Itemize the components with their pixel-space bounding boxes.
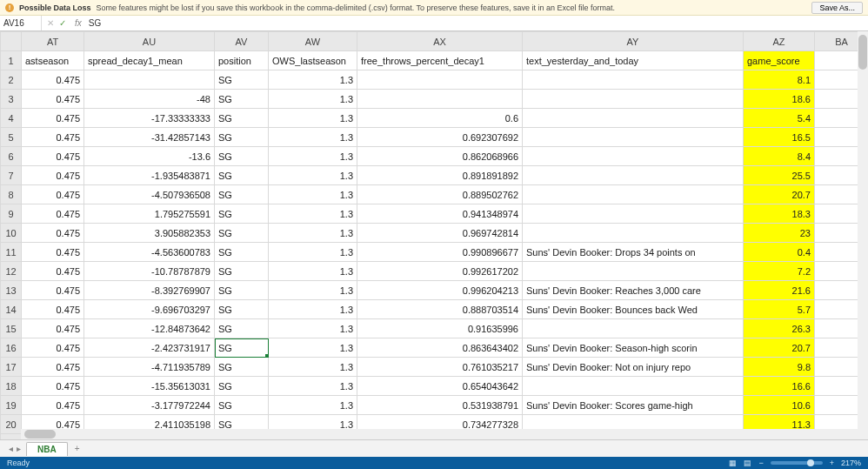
- horizontal-scrollbar[interactable]: [21, 429, 858, 439]
- cell[interactable]: [523, 204, 744, 224]
- row-header[interactable]: 11: [1, 243, 22, 262]
- cell[interactable]: SG: [215, 70, 269, 90]
- vertical-scrollbar[interactable]: [858, 31, 868, 439]
- cell[interactable]: SG: [215, 262, 269, 281]
- spreadsheet-grid[interactable]: ATAUAVAWAXAYAZBA1astseasonspread_decay1_…: [0, 31, 868, 453]
- cell[interactable]: SG: [215, 128, 269, 147]
- cell[interactable]: SG: [215, 300, 269, 319]
- cell[interactable]: SG: [215, 185, 269, 204]
- row-header[interactable]: 9: [1, 204, 22, 224]
- cell[interactable]: SG: [215, 281, 269, 300]
- cell[interactable]: [523, 128, 744, 147]
- cell[interactable]: game_score: [744, 51, 815, 70]
- cell[interactable]: 18.6: [744, 90, 815, 109]
- cell[interactable]: 0.475: [22, 166, 84, 185]
- cell[interactable]: 1.3: [269, 166, 357, 185]
- cell[interactable]: free_throws_percent_decay1: [357, 51, 523, 70]
- cell[interactable]: -1.935483871: [84, 166, 215, 185]
- cell[interactable]: position: [215, 51, 269, 70]
- row-header[interactable]: 12: [1, 262, 22, 281]
- sheet-tab-nba[interactable]: NBA: [26, 442, 68, 456]
- col-header-AU[interactable]: AU: [84, 32, 215, 51]
- cell[interactable]: 0.4: [744, 243, 815, 262]
- cell[interactable]: -2.423731917: [84, 338, 215, 358]
- zoom-slider[interactable]: [771, 461, 823, 465]
- cell[interactable]: [523, 377, 744, 396]
- select-all-corner[interactable]: [1, 32, 22, 51]
- cell[interactable]: 0.475: [22, 243, 84, 262]
- cell[interactable]: astseason: [22, 51, 84, 70]
- cell[interactable]: SG: [215, 338, 269, 358]
- row-header[interactable]: 8: [1, 185, 22, 204]
- cell[interactable]: SG: [215, 377, 269, 396]
- cell[interactable]: 0.475: [22, 147, 84, 166]
- cell[interactable]: -4.563600783: [84, 243, 215, 262]
- cell[interactable]: Suns' Devin Booker: Scores game-high: [523, 396, 744, 415]
- row-header[interactable]: 2: [1, 70, 22, 90]
- cell[interactable]: [523, 224, 744, 243]
- cell[interactable]: 0.475: [22, 204, 84, 224]
- cell[interactable]: 0.6: [357, 109, 523, 128]
- cell[interactable]: 1.3: [269, 109, 357, 128]
- cell[interactable]: 8.4: [744, 147, 815, 166]
- cell[interactable]: [523, 90, 744, 109]
- cell[interactable]: [523, 185, 744, 204]
- name-box[interactable]: AV16: [0, 16, 42, 30]
- cell[interactable]: 0.91635996: [357, 319, 523, 338]
- cell[interactable]: SG: [215, 358, 269, 377]
- cell[interactable]: 1.3: [269, 70, 357, 90]
- row-header[interactable]: 14: [1, 300, 22, 319]
- cell[interactable]: 0.761035217: [357, 358, 523, 377]
- row-header[interactable]: 16: [1, 338, 22, 358]
- cell[interactable]: 0.475: [22, 224, 84, 243]
- cell[interactable]: 20.7: [744, 185, 815, 204]
- cell[interactable]: text_yesterday_and_today: [523, 51, 744, 70]
- cell[interactable]: -9.696703297: [84, 300, 215, 319]
- col-header-AX[interactable]: AX: [357, 32, 523, 51]
- cell[interactable]: spread_decay1_mean: [84, 51, 215, 70]
- cell[interactable]: SG: [215, 109, 269, 128]
- cell[interactable]: 0.531938791: [357, 396, 523, 415]
- cell[interactable]: 9.8: [744, 358, 815, 377]
- cell[interactable]: -48: [84, 90, 215, 109]
- cell[interactable]: 0.475: [22, 319, 84, 338]
- cell[interactable]: 0.990896677: [357, 243, 523, 262]
- cell[interactable]: OWS_lastseason: [269, 51, 357, 70]
- cell[interactable]: 26.3: [744, 319, 815, 338]
- cell[interactable]: SG: [215, 396, 269, 415]
- cell[interactable]: SG: [215, 319, 269, 338]
- cell[interactable]: 16.6: [744, 377, 815, 396]
- cell[interactable]: [523, 147, 744, 166]
- cell[interactable]: 0.941348974: [357, 204, 523, 224]
- cell[interactable]: 1.3: [269, 281, 357, 300]
- row-header[interactable]: 10: [1, 224, 22, 243]
- save-as-button[interactable]: Save As...: [811, 2, 863, 14]
- cell[interactable]: 0.888703514: [357, 300, 523, 319]
- cell[interactable]: [523, 166, 744, 185]
- row-header[interactable]: 20: [1, 415, 22, 434]
- cell[interactable]: Suns' Devin Booker: Drops 34 points on: [523, 243, 744, 262]
- cell[interactable]: Suns' Devin Booker: Not on injury repo: [523, 358, 744, 377]
- cell[interactable]: [523, 109, 744, 128]
- cell[interactable]: 0.475: [22, 70, 84, 90]
- cell[interactable]: 1.3: [269, 396, 357, 415]
- cell[interactable]: 7.2: [744, 262, 815, 281]
- col-header-AT[interactable]: AT: [22, 32, 84, 51]
- col-header-AV[interactable]: AV: [215, 32, 269, 51]
- zoom-level[interactable]: 217%: [841, 459, 861, 467]
- cell[interactable]: SG: [215, 243, 269, 262]
- cell[interactable]: -31.42857143: [84, 128, 215, 147]
- row-header[interactable]: 6: [1, 147, 22, 166]
- formula-value[interactable]: SG: [85, 18, 104, 28]
- cell[interactable]: 1.3: [269, 243, 357, 262]
- cell[interactable]: 0.692307692: [357, 128, 523, 147]
- cell[interactable]: Suns' Devin Booker: Bounces back Wed: [523, 300, 744, 319]
- cell[interactable]: 0.475: [22, 338, 84, 358]
- cell[interactable]: 1.795275591: [84, 204, 215, 224]
- col-header-AZ[interactable]: AZ: [744, 32, 815, 51]
- cell[interactable]: 0.654043642: [357, 377, 523, 396]
- cell[interactable]: 0.996204213: [357, 281, 523, 300]
- cell[interactable]: 25.5: [744, 166, 815, 185]
- cell[interactable]: -17.33333333: [84, 109, 215, 128]
- cell[interactable]: [357, 70, 523, 90]
